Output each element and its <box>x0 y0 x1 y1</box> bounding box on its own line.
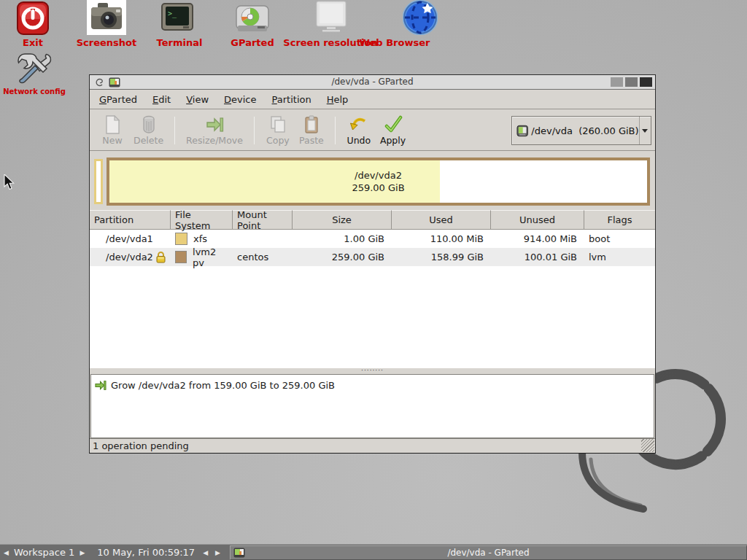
header-mount-point[interactable]: Mount Point <box>233 210 293 230</box>
partition-visual-size: 259.00 GiB <box>109 182 647 194</box>
cell-partition: /dev/vda2 <box>90 248 171 266</box>
menu-gparted[interactable]: GParted <box>93 91 143 108</box>
partition-visual-vda1[interactable] <box>94 159 103 204</box>
apply-button[interactable]: Apply <box>376 112 410 149</box>
new-button[interactable]: New <box>96 112 129 149</box>
screen-resolution-icon[interactable] <box>314 1 349 33</box>
paste-icon <box>303 115 320 134</box>
resize-move-label: Resize/Move <box>186 135 243 146</box>
status-text: 1 operation pending <box>93 440 189 451</box>
gparted-window: /dev/vda - GParted GParted Edit View Dev… <box>89 74 656 454</box>
toolbar-separator <box>254 117 255 144</box>
paste-label: Paste <box>299 135 324 146</box>
undo-icon <box>349 115 368 134</box>
menu-edit[interactable]: Edit <box>147 91 177 108</box>
screenshot-label[interactable]: Screenshot <box>70 37 143 48</box>
undo-button[interactable]: Undo <box>342 112 376 149</box>
delete-icon <box>140 115 158 134</box>
partition-name: /dev/vda2 <box>106 252 153 262</box>
task-title: /dev/vda - GParted <box>231 548 746 558</box>
copy-icon <box>269 115 287 134</box>
cell-flags: boot <box>584 230 655 248</box>
cell-mount-point <box>233 230 293 248</box>
table-row-vda1[interactable]: /dev/vda1 xfs 1.00 GiB 110.00 MiB 914.00… <box>90 230 655 248</box>
window-title: /dev/vda - GParted <box>90 77 655 87</box>
network-config-label[interactable]: Network config <box>0 88 69 96</box>
terminal-icon[interactable]: >_ <box>161 3 193 34</box>
cell-partition: /dev/vda1 <box>90 230 171 248</box>
partition-visual-name: /dev/vda2 <box>109 169 647 182</box>
web-browser-label[interactable]: Web Browser <box>358 37 431 48</box>
disk-icon <box>516 125 528 137</box>
workspace-prev-arrow[interactable]: ◀ <box>0 549 12 556</box>
table-header-row: Partition File System Mount Point Size U… <box>90 210 655 230</box>
device-selector-dropdown[interactable] <box>639 117 651 144</box>
fs-name: xfs <box>193 233 207 244</box>
header-file-system[interactable]: File System <box>171 210 233 230</box>
terminal-label[interactable]: Terminal <box>143 37 216 48</box>
svg-text:>_: >_ <box>168 9 177 18</box>
resize-move-button[interactable]: Resize/Move <box>182 112 247 149</box>
header-partition[interactable]: Partition <box>90 210 171 230</box>
pager-next-arrow[interactable]: ▶ <box>212 549 224 556</box>
menu-device[interactable]: Device <box>218 91 262 108</box>
partition-table: Partition File System Mount Point Size U… <box>90 210 655 368</box>
copy-button[interactable]: Copy <box>261 112 295 149</box>
statusbar: 1 operation pending <box>90 438 655 453</box>
exit-label[interactable]: Exit <box>0 37 66 48</box>
cell-unused: 914.00 MiB <box>491 230 584 248</box>
cell-used: 158.99 GiB <box>392 248 491 266</box>
close-button[interactable] <box>640 77 652 87</box>
header-used[interactable]: Used <box>392 210 491 230</box>
header-flags[interactable]: Flags <box>584 210 655 230</box>
toolbar-separator <box>174 117 175 144</box>
menu-view[interactable]: View <box>180 91 214 108</box>
apply-icon <box>384 115 403 134</box>
fs-name: lvm2 pv <box>193 246 228 268</box>
delete-button[interactable]: Delete <box>129 112 168 149</box>
partition-visual-label: /dev/vda2 259.00 GiB <box>109 169 647 194</box>
menubar: GParted Edit View Device Partition Help <box>90 90 655 109</box>
cell-used: 110.00 MiB <box>392 230 491 248</box>
fs-color-swatch <box>175 251 187 263</box>
lock-icon <box>155 251 166 263</box>
paste-button[interactable]: Paste <box>295 112 328 149</box>
toolbar-separator <box>335 117 336 144</box>
pager-prev-arrow[interactable]: ◀ <box>199 549 212 556</box>
cell-file-system: lvm2 pv <box>171 248 233 266</box>
partition-visual-area: /dev/vda2 259.00 GiB <box>90 152 655 210</box>
titlebar[interactable]: /dev/vda - GParted <box>90 75 655 90</box>
operation-item[interactable]: Grow /dev/vda2 from 159.00 GiB to 259.00… <box>91 375 654 396</box>
cell-flags: lvm <box>584 248 655 266</box>
copy-label: Copy <box>266 135 290 146</box>
chevron-down-icon <box>642 129 648 133</box>
new-label: New <box>102 135 122 146</box>
cell-size: 259.00 GiB <box>293 248 392 266</box>
device-selector[interactable]: /dev/vda (260.00 GiB) <box>511 116 651 145</box>
menu-help[interactable]: Help <box>321 91 355 108</box>
network-config-icon[interactable] <box>16 51 53 85</box>
fs-color-swatch <box>175 233 187 245</box>
mouse-cursor <box>4 174 15 190</box>
header-unused[interactable]: Unused <box>491 210 584 230</box>
screenshot-icon[interactable] <box>90 1 123 34</box>
partition-visual-vda2[interactable]: /dev/vda2 259.00 GiB <box>107 158 650 206</box>
header-size[interactable]: Size <box>293 210 392 230</box>
apply-label: Apply <box>380 135 406 146</box>
minimize-button[interactable] <box>611 77 623 87</box>
toolbar: New Delete Resize/Move <box>90 110 655 151</box>
menu-partition[interactable]: Partition <box>266 91 317 108</box>
operation-text: Grow /dev/vda2 from 159.00 GiB to 259.00… <box>111 380 335 391</box>
pane-splitter-handle[interactable]: ········ <box>90 368 655 374</box>
task-app-icon <box>233 548 245 558</box>
workspace-indicator[interactable]: Workspace 1 <box>12 547 76 558</box>
web-browser-icon[interactable] <box>403 0 438 35</box>
table-row-vda2[interactable]: /dev/vda2 lvm2 pv centos 259.00 GiB <box>90 248 655 266</box>
task-button-gparted[interactable]: /dev/vda - GParted <box>230 545 747 560</box>
workspace-next-arrow[interactable]: ▶ <box>76 549 88 556</box>
maximize-button[interactable] <box>625 77 638 87</box>
resize-grip[interactable] <box>641 439 654 452</box>
exit-icon[interactable] <box>16 1 50 35</box>
new-document-icon <box>104 115 121 134</box>
gparted-icon[interactable] <box>236 5 269 33</box>
